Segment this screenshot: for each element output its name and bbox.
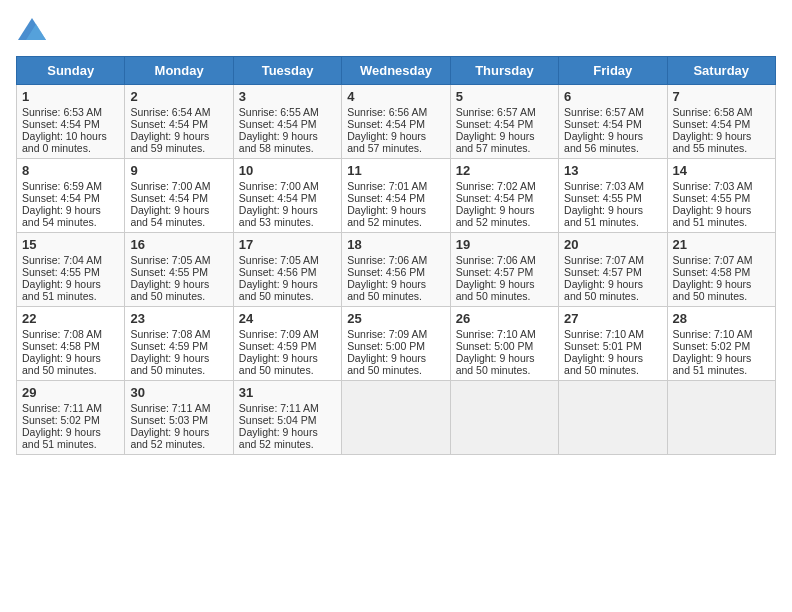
cell-info-line: and 51 minutes. [564, 216, 661, 228]
cell-info-line: and 52 minutes. [347, 216, 444, 228]
cell-info-line: Sunrise: 7:07 AM [564, 254, 661, 266]
cell-info-line: Sunset: 4:57 PM [456, 266, 553, 278]
cell-info-line: Sunrise: 6:57 AM [564, 106, 661, 118]
day-number: 2 [130, 89, 227, 104]
calendar-cell: 16Sunrise: 7:05 AMSunset: 4:55 PMDayligh… [125, 233, 233, 307]
day-number: 10 [239, 163, 336, 178]
day-number: 28 [673, 311, 770, 326]
calendar-cell [342, 381, 450, 455]
cell-info-line: Daylight: 9 hours [130, 204, 227, 216]
cell-info-line: Sunrise: 7:09 AM [347, 328, 444, 340]
day-number: 30 [130, 385, 227, 400]
cell-info-line: and 50 minutes. [564, 364, 661, 376]
cell-info-line: Sunrise: 6:58 AM [673, 106, 770, 118]
cell-info-line: Sunset: 4:54 PM [673, 118, 770, 130]
cell-info-line: and 50 minutes. [22, 364, 119, 376]
calendar-body: 1Sunrise: 6:53 AMSunset: 4:54 PMDaylight… [17, 85, 776, 455]
cell-info-line: Sunrise: 7:05 AM [130, 254, 227, 266]
cell-info-line: Sunset: 5:01 PM [564, 340, 661, 352]
cell-info-line: Daylight: 9 hours [130, 130, 227, 142]
day-number: 17 [239, 237, 336, 252]
cell-info-line: Sunrise: 7:09 AM [239, 328, 336, 340]
cell-info-line: Sunrise: 7:00 AM [130, 180, 227, 192]
logo [16, 16, 52, 44]
calendar-cell: 12Sunrise: 7:02 AMSunset: 4:54 PMDayligh… [450, 159, 558, 233]
cell-info-line: Sunrise: 6:57 AM [456, 106, 553, 118]
cell-info-line: Daylight: 9 hours [456, 352, 553, 364]
cell-info-line: Sunrise: 7:08 AM [130, 328, 227, 340]
calendar-cell: 30Sunrise: 7:11 AMSunset: 5:03 PMDayligh… [125, 381, 233, 455]
day-number: 29 [22, 385, 119, 400]
cell-info-line: and 50 minutes. [347, 290, 444, 302]
cell-info-line: and 59 minutes. [130, 142, 227, 154]
day-number: 26 [456, 311, 553, 326]
day-number: 23 [130, 311, 227, 326]
cell-info-line: Sunset: 5:04 PM [239, 414, 336, 426]
cell-info-line: Sunset: 4:54 PM [347, 192, 444, 204]
calendar-cell: 10Sunrise: 7:00 AMSunset: 4:54 PMDayligh… [233, 159, 341, 233]
cell-info-line: Sunrise: 7:05 AM [239, 254, 336, 266]
cell-info-line: and 50 minutes. [564, 290, 661, 302]
cell-info-line: and 52 minutes. [456, 216, 553, 228]
cell-info-line: and 51 minutes. [673, 216, 770, 228]
cell-info-line: and 54 minutes. [22, 216, 119, 228]
day-number: 16 [130, 237, 227, 252]
cell-info-line: Sunrise: 7:08 AM [22, 328, 119, 340]
day-number: 27 [564, 311, 661, 326]
day-number: 3 [239, 89, 336, 104]
cell-info-line: and 52 minutes. [130, 438, 227, 450]
calendar-cell: 26Sunrise: 7:10 AMSunset: 5:00 PMDayligh… [450, 307, 558, 381]
day-number: 7 [673, 89, 770, 104]
cell-info-line: Daylight: 9 hours [456, 278, 553, 290]
calendar-cell: 14Sunrise: 7:03 AMSunset: 4:55 PMDayligh… [667, 159, 775, 233]
cell-info-line: Sunset: 4:59 PM [239, 340, 336, 352]
calendar-cell: 15Sunrise: 7:04 AMSunset: 4:55 PMDayligh… [17, 233, 125, 307]
calendar-cell: 27Sunrise: 7:10 AMSunset: 5:01 PMDayligh… [559, 307, 667, 381]
calendar-cell: 8Sunrise: 6:59 AMSunset: 4:54 PMDaylight… [17, 159, 125, 233]
calendar-cell: 3Sunrise: 6:55 AMSunset: 4:54 PMDaylight… [233, 85, 341, 159]
calendar-week-3: 15Sunrise: 7:04 AMSunset: 4:55 PMDayligh… [17, 233, 776, 307]
cell-info-line: Daylight: 9 hours [456, 204, 553, 216]
cell-info-line: Daylight: 9 hours [456, 130, 553, 142]
cell-info-line: Sunrise: 7:11 AM [130, 402, 227, 414]
cell-info-line: Sunset: 4:54 PM [456, 192, 553, 204]
cell-info-line: Sunset: 4:54 PM [130, 118, 227, 130]
day-number: 25 [347, 311, 444, 326]
cell-info-line: Sunrise: 7:00 AM [239, 180, 336, 192]
cell-info-line: Daylight: 10 hours [22, 130, 119, 142]
cell-info-line: Sunset: 4:56 PM [239, 266, 336, 278]
cell-info-line: Sunset: 4:54 PM [22, 192, 119, 204]
cell-info-line: Daylight: 9 hours [673, 204, 770, 216]
cell-info-line: Sunset: 4:54 PM [564, 118, 661, 130]
calendar-cell: 9Sunrise: 7:00 AMSunset: 4:54 PMDaylight… [125, 159, 233, 233]
day-number: 6 [564, 89, 661, 104]
cell-info-line: Daylight: 9 hours [239, 352, 336, 364]
cell-info-line: Daylight: 9 hours [564, 352, 661, 364]
calendar-cell: 4Sunrise: 6:56 AMSunset: 4:54 PMDaylight… [342, 85, 450, 159]
cell-info-line: and 57 minutes. [456, 142, 553, 154]
cell-info-line: Sunrise: 6:59 AM [22, 180, 119, 192]
cell-info-line: Sunset: 5:02 PM [673, 340, 770, 352]
weekday-header-tuesday: Tuesday [233, 57, 341, 85]
cell-info-line: Daylight: 9 hours [564, 278, 661, 290]
cell-info-line: Daylight: 9 hours [22, 426, 119, 438]
cell-info-line: Sunset: 5:02 PM [22, 414, 119, 426]
day-number: 19 [456, 237, 553, 252]
cell-info-line: Sunrise: 6:54 AM [130, 106, 227, 118]
cell-info-line: Sunset: 4:58 PM [673, 266, 770, 278]
calendar-cell: 20Sunrise: 7:07 AMSunset: 4:57 PMDayligh… [559, 233, 667, 307]
day-number: 18 [347, 237, 444, 252]
cell-info-line: and 50 minutes. [673, 290, 770, 302]
cell-info-line: Daylight: 9 hours [22, 278, 119, 290]
calendar-cell: 5Sunrise: 6:57 AMSunset: 4:54 PMDaylight… [450, 85, 558, 159]
cell-info-line: Sunrise: 7:10 AM [456, 328, 553, 340]
day-number: 8 [22, 163, 119, 178]
cell-info-line: and 53 minutes. [239, 216, 336, 228]
cell-info-line: Sunset: 4:54 PM [130, 192, 227, 204]
cell-info-line: Sunset: 4:54 PM [22, 118, 119, 130]
header [16, 16, 776, 44]
calendar-cell: 22Sunrise: 7:08 AMSunset: 4:58 PMDayligh… [17, 307, 125, 381]
day-number: 15 [22, 237, 119, 252]
cell-info-line: Sunrise: 7:06 AM [456, 254, 553, 266]
cell-info-line: Sunrise: 7:10 AM [673, 328, 770, 340]
